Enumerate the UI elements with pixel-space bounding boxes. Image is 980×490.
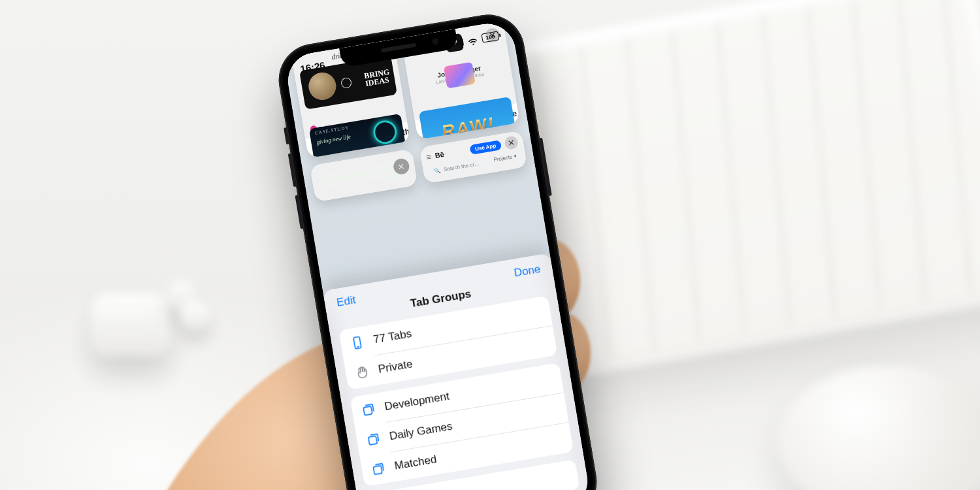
tab-group-icon <box>370 461 387 477</box>
ukraine-flag-icon <box>379 168 380 174</box>
wifi-icon <box>466 35 479 45</box>
svg-rect-6 <box>373 466 382 475</box>
battery-icon: 100 <box>481 31 499 43</box>
tab-card[interactable]: #StopWarInUkraineSave the children ✕ <box>310 149 417 202</box>
row-label: Development <box>384 390 450 414</box>
tab-thumbnail: ≡ Bē Use App ✕ 🔍Search the cr… Projects … <box>419 131 527 184</box>
svg-line-3 <box>357 347 359 348</box>
tab-card[interactable]: ≡ Bē Use App ✕ 🔍Search the cr… Projects … <box>419 131 527 184</box>
device-icon <box>349 335 365 351</box>
svg-rect-4 <box>363 406 372 416</box>
battery-level: 100 <box>481 31 499 43</box>
status-time: 16:26 <box>299 59 326 74</box>
row-label: Matched <box>393 453 438 472</box>
tab-groups-sheet: Edit Done Tab Groups 77 Tabs <box>323 253 592 490</box>
row-label: Private <box>378 357 414 376</box>
svg-rect-5 <box>368 436 378 445</box>
tab-thumbnail: #StopWarInUkraineSave the children ✕ <box>310 149 417 202</box>
search-icon: 🔍 <box>433 167 440 174</box>
row-label: Daily Games <box>389 420 453 444</box>
close-tab-icon[interactable]: ✕ <box>504 135 519 150</box>
hand-icon <box>354 364 370 380</box>
airpods-prop <box>91 281 209 366</box>
tab-group-icon <box>360 402 376 418</box>
row-label: 77 Tabs <box>372 327 413 347</box>
tab-group-icon <box>365 431 382 448</box>
